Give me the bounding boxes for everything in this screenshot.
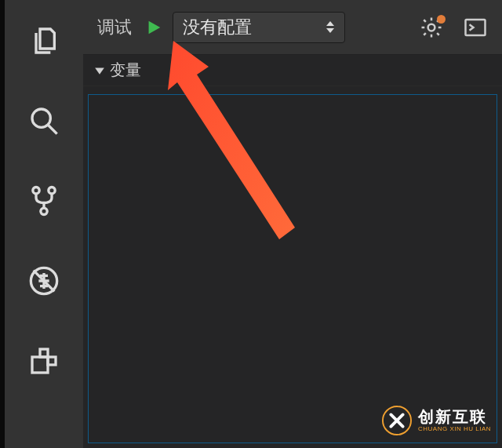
svg-point-0 <box>32 109 50 127</box>
source-control-icon <box>28 185 60 217</box>
svg-point-14 <box>428 24 435 31</box>
activity-bar <box>5 0 83 448</box>
activity-extensions[interactable] <box>25 342 63 380</box>
watermark-logo-icon <box>382 406 412 435</box>
svg-point-3 <box>49 188 55 194</box>
activity-files[interactable] <box>25 22 63 60</box>
terminal-icon <box>464 16 487 39</box>
extensions-icon <box>28 345 60 377</box>
activity-search[interactable] <box>25 102 63 140</box>
activity-debug[interactable] <box>25 262 63 300</box>
watermark: 创新互联 CHUANG XIN HU LIAN <box>382 406 491 435</box>
debug-label: 调试 <box>97 16 132 39</box>
settings-badge <box>437 15 446 24</box>
svg-marker-16 <box>95 67 104 74</box>
svg-point-4 <box>41 208 47 214</box>
play-icon <box>145 19 162 36</box>
start-debug-button[interactable] <box>143 16 165 38</box>
activity-source-control[interactable] <box>25 182 63 220</box>
search-icon <box>28 105 60 137</box>
svg-rect-8 <box>32 357 48 373</box>
debug-side-panel: 变量 <box>83 55 502 448</box>
files-icon <box>28 25 60 56</box>
watermark-text-cn: 创新互联 <box>418 409 491 424</box>
no-bug-icon <box>28 265 60 297</box>
debug-config-select[interactable]: 没有配置 <box>173 12 345 43</box>
debug-toolbar: 调试 没有配置 <box>83 0 502 55</box>
variables-section-body[interactable] <box>88 94 497 443</box>
svg-marker-12 <box>326 21 334 26</box>
select-chevrons-icon <box>326 20 335 34</box>
variables-section-header[interactable]: 变量 <box>83 55 502 86</box>
debug-settings-button[interactable] <box>416 12 447 43</box>
config-selected-label: 没有配置 <box>183 16 252 39</box>
svg-point-2 <box>33 188 39 194</box>
svg-line-1 <box>48 125 57 134</box>
debug-console-button[interactable] <box>460 12 491 43</box>
svg-rect-15 <box>466 20 486 35</box>
watermark-text-en: CHUANG XIN HU LIAN <box>418 426 491 432</box>
chevron-down-icon <box>94 65 105 76</box>
svg-marker-11 <box>149 20 161 34</box>
svg-rect-10 <box>48 357 56 365</box>
svg-marker-13 <box>326 28 334 33</box>
variables-title: 变量 <box>110 60 141 81</box>
